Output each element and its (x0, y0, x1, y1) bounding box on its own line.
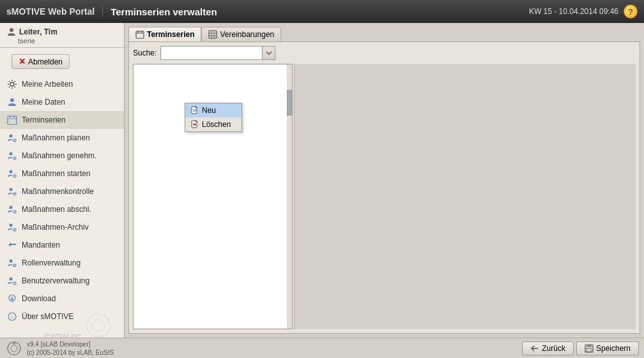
header-right: KW 15 - 10.04.2014 09:46 ? (529, 4, 638, 19)
context-menu-item-neu[interactable]: Neu (185, 103, 241, 117)
svg-rect-3 (8, 116, 17, 124)
back-label: Zurück (542, 344, 565, 353)
svg-rect-31 (141, 31, 142, 33)
user-name: Leiter, Tim (6, 27, 118, 37)
footer-version: v9.4 [sLAB Developer] (c) 2005-2014 by s… (27, 340, 114, 357)
table-icon (208, 30, 217, 39)
search-input[interactable] (161, 47, 262, 59)
content: Terminserien Vereinbarungen Suche: (125, 23, 644, 338)
tab-vereinbarungen[interactable]: Vereinbarungen (201, 27, 281, 41)
footer-buttons: Zurück Speichern (522, 341, 639, 355)
sidebar-item-meine-arbeiten[interactable]: Meine Arbeiten (0, 75, 124, 93)
sidebar-item-ma-nahmenkontrolle[interactable]: Maßnahmenkontrolle (0, 183, 124, 200)
sidebar: Leiter, Tim tserie ✕ Abmelden Meine Arbe… (0, 23, 125, 338)
svg-point-7 (10, 135, 13, 138)
tab-terminserien-label: Terminserien (147, 30, 194, 39)
nav-item-label: Über sMOTIVE (22, 312, 73, 321)
sidebar-item-download[interactable]: Download (0, 290, 124, 308)
right-panel (294, 64, 636, 329)
scroll-thumb[interactable] (287, 90, 292, 116)
page-title: Terminserien verwalten (111, 6, 217, 17)
new-doc-icon (190, 106, 199, 115)
footer-logo (5, 341, 23, 356)
search-combo[interactable] (160, 46, 275, 60)
nav-scroll[interactable]: Meine Arbeiten Meine Daten Terminserien … (0, 75, 124, 338)
logout-button[interactable]: ✕ Abmelden (12, 54, 70, 69)
sidebar-item-meine-daten[interactable]: Meine Daten (0, 93, 124, 111)
svg-point-27 (92, 319, 105, 332)
sirius-logo-icon (5, 341, 23, 356)
content-split: Neu Löschen (133, 64, 636, 329)
nav-items-container: Meine Arbeiten Meine Daten Terminserien … (0, 75, 124, 325)
nav-item-label: Rollenverwaltung (22, 258, 80, 267)
svg-point-0 (10, 28, 13, 32)
back-button[interactable]: Zurück (522, 341, 574, 355)
svg-point-11 (10, 170, 13, 174)
tabs: Terminserien Vereinbarungen (128, 27, 640, 41)
save-button[interactable]: Speichern (576, 341, 639, 355)
person-icon (6, 96, 18, 108)
sidebar-item-ma-nahmen-planen[interactable]: Maßnahmen planen (0, 129, 124, 147)
sidebar-item-ma-nahmen-abschl-[interactable]: Maßnahmen abschl. (0, 200, 124, 218)
search-dropdown-button[interactable] (262, 47, 275, 59)
svg-point-21 (10, 278, 13, 281)
nav-item-label: Maßnahmen-Archiv (22, 223, 89, 232)
person-gear-icon (6, 150, 18, 161)
list-scrollbar[interactable] (287, 64, 292, 329)
header-left: sMOTIVE Web Portal Terminserien verwalte… (6, 6, 217, 17)
logout-label: Abmelden (28, 57, 63, 66)
svg-rect-6 (13, 116, 15, 117)
svg-text:i: i (12, 315, 13, 320)
svg-rect-28 (136, 31, 144, 38)
copyright-text: (c) 2005-2014 by sLAB, EuSIS (27, 348, 114, 357)
nav-item-label: Benutzerverwaltung (22, 276, 89, 285)
calendar-icon (6, 114, 18, 126)
sidebar-item-ma-nahmen-genehm-[interactable]: Maßnahmen genehm. (0, 147, 124, 165)
svg-point-15 (10, 206, 13, 209)
x-icon: ✕ (19, 57, 26, 66)
left-list-panel: Neu Löschen (133, 64, 293, 329)
arrows-icon (6, 239, 18, 251)
person-gear-icon (6, 204, 18, 215)
context-menu-loeschen-label: Löschen (202, 120, 231, 129)
sidebar-item-rollenverwaltung[interactable]: Rollenverwaltung (0, 254, 124, 272)
help-button[interactable]: ? (624, 4, 638, 19)
search-label: Suche: (133, 48, 157, 57)
nav-item-label: Mandanten (22, 241, 60, 250)
app-name: sMOTIVE Web Portal (6, 6, 103, 17)
sidebar-item-mandanten[interactable]: Mandanten (0, 236, 124, 254)
sidebar-item-terminserien[interactable]: Terminserien (0, 111, 124, 129)
person-gear-icon (6, 168, 18, 179)
calendar-icon (135, 30, 144, 39)
person-gear-icon (6, 257, 18, 269)
svg-rect-32 (209, 31, 217, 38)
sidebar-item-benutzerverwaltung[interactable]: Benutzerverwaltung (0, 272, 124, 290)
nav-item-label: Maßnahmenkontrolle (22, 187, 94, 196)
person-gear-icon (6, 132, 18, 144)
nav-item-label: Meine Arbeiten (22, 80, 73, 89)
svg-point-48 (11, 345, 17, 352)
svg-point-19 (10, 260, 13, 263)
header: sMOTIVE Web Portal Terminserien verwalte… (0, 0, 644, 23)
tab-panel: Suche: (128, 41, 640, 334)
nav-item-label: Download (22, 294, 56, 303)
save-icon (585, 344, 594, 353)
context-menu: Neu Löschen (185, 103, 242, 132)
svg-rect-52 (586, 345, 592, 347)
svg-point-9 (10, 153, 13, 156)
footer: v9.4 [sLAB Developer] (c) 2005-2014 by s… (0, 338, 644, 358)
back-icon (530, 345, 539, 352)
delete-doc-icon (190, 120, 199, 129)
sidebar-item-ma-nahmen-starten[interactable]: Maßnahmen starten (0, 165, 124, 183)
svg-rect-53 (586, 348, 592, 352)
list-area[interactable]: Neu Löschen (133, 64, 293, 329)
nav-item-label: Maßnahmen starten (22, 169, 90, 178)
version-text: v9.4 [sLAB Developer] (27, 340, 114, 348)
sidebar-item-ma-nahmen-archiv[interactable]: Maßnahmen-Archiv (0, 218, 124, 236)
tab-terminserien[interactable]: Terminserien (128, 27, 201, 41)
svg-point-17 (10, 224, 13, 227)
chevron-down-icon (266, 50, 272, 56)
nav-item-label: Maßnahmen abschl. (22, 205, 91, 214)
context-menu-item-loeschen[interactable]: Löschen (185, 117, 241, 131)
svg-point-49 (13, 342, 15, 345)
